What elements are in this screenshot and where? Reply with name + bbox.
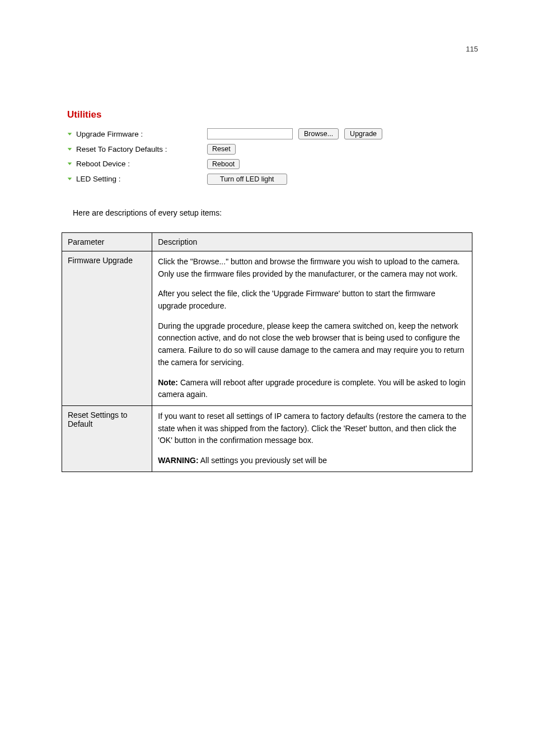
param-reset-settings: Reset Settings to Default xyxy=(62,405,152,472)
led-setting-label: LED Setting : xyxy=(76,175,121,183)
table-row: Reset Settings to Default If you want to… xyxy=(62,405,472,472)
utilities-heading: Utilities xyxy=(67,109,467,120)
firmware-file-input[interactable] xyxy=(207,128,293,139)
parameter-table: Parameter Description Firmware Upgrade C… xyxy=(62,232,472,472)
label-led-setting: LED Setting : xyxy=(67,175,207,183)
page-description: Here are descriptions of every setup ite… xyxy=(73,207,461,219)
chevron-down-icon xyxy=(67,147,72,152)
upgrade-button[interactable]: Upgrade xyxy=(344,128,382,139)
reboot-button[interactable]: Reboot xyxy=(207,159,240,169)
utilities-screenshot: Utilities Upgrade Firmware : Browse... U… xyxy=(67,109,467,185)
label-reboot-device: Reboot Device : xyxy=(67,160,207,168)
page-number: 115 xyxy=(56,45,478,53)
desc-reset-settings: If you want to reset all settings of IP … xyxy=(152,405,472,472)
chevron-down-icon xyxy=(67,161,72,166)
chevron-down-icon xyxy=(67,132,72,137)
reset-defaults-label: Reset To Factory Defaults : xyxy=(76,145,167,153)
reboot-device-label: Reboot Device : xyxy=(76,160,130,168)
chevron-down-icon xyxy=(67,176,72,181)
browse-button[interactable]: Browse... xyxy=(298,128,339,139)
upgrade-firmware-label: Upgrade Firmware : xyxy=(76,130,143,138)
turn-off-led-button[interactable]: Turn off LED light xyxy=(207,174,287,185)
col-parameter-header: Parameter xyxy=(62,233,152,251)
param-firmware-upgrade: Firmware Upgrade xyxy=(62,251,152,406)
reset-button[interactable]: Reset xyxy=(207,144,236,154)
desc-firmware-upgrade: Click the "Browse..." button and browse … xyxy=(152,251,472,406)
label-upgrade-firmware: Upgrade Firmware : xyxy=(67,130,207,138)
label-reset-defaults: Reset To Factory Defaults : xyxy=(67,145,207,153)
col-description-header: Description xyxy=(152,233,472,251)
table-row: Firmware Upgrade Click the "Browse..." b… xyxy=(62,251,472,406)
